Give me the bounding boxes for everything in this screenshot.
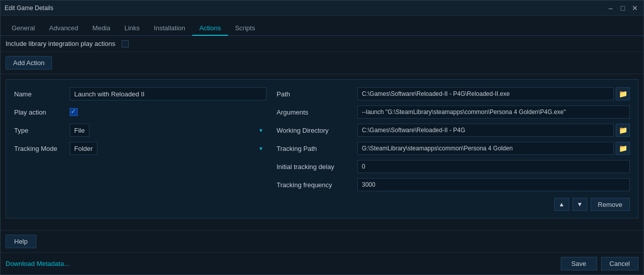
move-down-button[interactable]: ▼ xyxy=(572,198,587,211)
play-action-label: Play action xyxy=(14,108,70,116)
tracking-path-label: Tracking Path xyxy=(277,145,357,152)
arguments-row: Arguments xyxy=(277,105,630,119)
help-toolbar: Help xyxy=(1,230,643,252)
tracking-mode-row: Tracking Mode Folder ▼ xyxy=(14,141,266,155)
tracking-freq-row: Tracking frequency xyxy=(277,178,630,192)
arguments-input-wrapper xyxy=(357,105,630,119)
initial-delay-label: Initial tracking delay xyxy=(277,163,357,171)
remove-button[interactable]: Remove xyxy=(591,198,630,211)
type-label: Type xyxy=(14,127,70,134)
type-select-arrow: ▼ xyxy=(258,128,263,133)
window-title: Edit Game Details xyxy=(5,5,53,12)
initial-delay-row: Initial tracking delay xyxy=(277,159,630,174)
help-button[interactable]: Help xyxy=(6,235,36,248)
download-metadata-button[interactable]: Download Metadata... xyxy=(6,260,69,267)
window-controls: – □ ✕ xyxy=(606,4,639,13)
path-browse-button[interactable]: 📁 xyxy=(616,87,630,100)
tab-actions[interactable]: Actions xyxy=(192,21,228,36)
tracking-mode-select-wrapper: Folder ▼ xyxy=(70,142,266,155)
initial-delay-input[interactable] xyxy=(357,160,630,173)
form-panel: Name document.currentScript.previousElem… xyxy=(6,79,638,218)
tab-advanced[interactable]: Advanced xyxy=(42,21,85,36)
working-dir-label: Working Directory xyxy=(277,127,357,134)
footer: Download Metadata... Save Cancel xyxy=(1,252,643,274)
tracking-path-input-wrapper: 📁 xyxy=(357,142,630,155)
main-content: Name document.currentScript.previousElem… xyxy=(1,74,643,230)
right-column: Path 📁 Arguments Working Directory xyxy=(277,87,630,211)
working-dir-input[interactable] xyxy=(357,124,614,137)
close-button[interactable]: ✕ xyxy=(630,4,639,13)
include-label: Include library integration play actions xyxy=(6,40,116,47)
working-dir-input-wrapper: 📁 xyxy=(357,124,630,137)
title-bar: Edit Game Details – □ ✕ xyxy=(1,1,643,16)
tracking-freq-input-wrapper xyxy=(357,178,630,191)
name-input[interactable] xyxy=(70,87,266,100)
left-column: Name document.currentScript.previousElem… xyxy=(14,87,266,211)
tracking-freq-input[interactable] xyxy=(357,178,630,191)
tab-installation[interactable]: Installation xyxy=(147,21,192,36)
working-dir-row: Working Directory 📁 xyxy=(277,123,630,137)
add-action-button[interactable]: Add Action xyxy=(6,56,52,70)
action-buttons: ▲ ▼ Remove xyxy=(277,198,630,211)
initial-delay-input-wrapper xyxy=(357,160,630,173)
type-select-wrapper: File ▼ xyxy=(70,124,266,137)
path-row: Path 📁 xyxy=(277,87,630,101)
tracking-path-row: Tracking Path 📁 xyxy=(277,141,630,155)
cancel-button[interactable]: Cancel xyxy=(601,257,638,270)
play-action-row: Play action xyxy=(14,105,266,119)
type-select[interactable]: File xyxy=(70,124,89,137)
name-row: Name document.currentScript.previousElem… xyxy=(14,87,266,101)
path-input-wrapper: 📁 xyxy=(357,87,630,100)
path-input[interactable] xyxy=(357,87,614,100)
maximize-button[interactable]: □ xyxy=(618,4,627,13)
main-window: Edit Game Details – □ ✕ General Advanced… xyxy=(0,0,644,275)
play-action-checkbox[interactable] xyxy=(70,108,78,116)
include-checkbox[interactable] xyxy=(122,40,129,47)
arguments-label: Arguments xyxy=(277,108,357,116)
tracking-mode-select-arrow: ▼ xyxy=(258,146,263,151)
name-label: Name xyxy=(14,90,70,98)
path-label: Path xyxy=(277,90,357,98)
tab-links[interactable]: Links xyxy=(118,21,147,36)
tracking-path-browse-button[interactable]: 📁 xyxy=(616,142,630,155)
tracking-mode-label: Tracking Mode xyxy=(14,145,70,152)
tab-scripts[interactable]: Scripts xyxy=(228,21,262,36)
arguments-input[interactable] xyxy=(357,105,630,119)
tracking-mode-select[interactable]: Folder xyxy=(70,142,97,155)
save-button[interactable]: Save xyxy=(561,257,597,270)
minimize-button[interactable]: – xyxy=(606,4,615,13)
move-up-button[interactable]: ▲ xyxy=(554,198,569,211)
type-row: Type File ▼ xyxy=(14,123,266,137)
tab-media[interactable]: Media xyxy=(85,21,117,36)
tab-bar: General Advanced Media Links Installatio… xyxy=(1,16,643,36)
include-toolbar: Include library integration play actions xyxy=(1,36,643,52)
action-bar: Add Action xyxy=(1,52,643,74)
working-dir-browse-button[interactable]: 📁 xyxy=(616,124,630,137)
tab-general[interactable]: General xyxy=(5,21,42,36)
footer-right: Save Cancel xyxy=(561,257,638,270)
tracking-freq-label: Tracking frequency xyxy=(277,181,357,189)
tracking-path-input[interactable] xyxy=(357,142,614,155)
